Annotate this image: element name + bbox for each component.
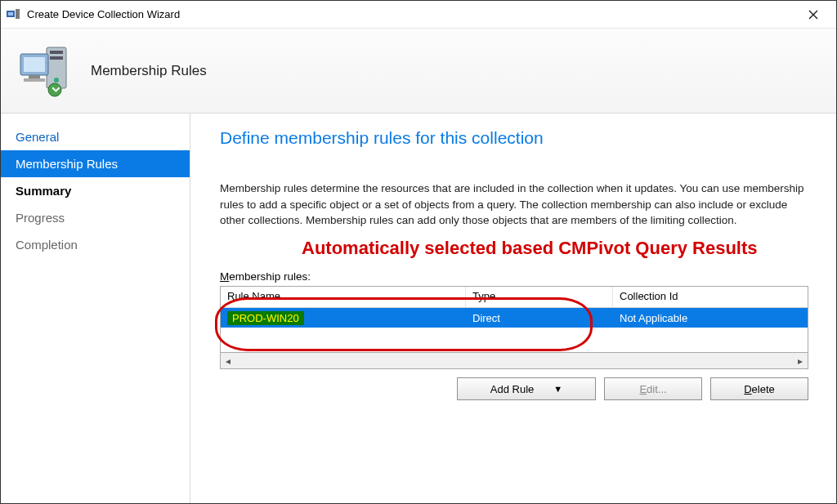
rule-name-highlight: PROD-WIN20 [227,311,304,325]
step-membership-rules[interactable]: Membership Rules [1,150,190,177]
rules-list-label: Membership rules: [220,270,818,283]
wizard-window: Create Device Collection Wizard M [0,0,837,504]
table-empty-area [221,328,808,352]
scroll-track[interactable] [235,354,793,368]
step-completion: Completion [1,231,190,258]
banner: Membership Rules [1,29,836,114]
scroll-right-arrow[interactable]: ▸ [793,354,808,368]
chevron-down-icon: ▼ [553,384,562,394]
app-icon [6,7,20,22]
delete-label: elete [752,383,775,395]
cell-collection-id: Not Applicable [613,310,808,327]
svg-rect-10 [24,57,45,72]
col-rule-name[interactable]: Rule Name [221,287,466,307]
svg-rect-1 [8,12,13,16]
cell-type: Direct [466,310,613,327]
step-general[interactable]: General [1,123,190,150]
edit-label: dit... [647,383,667,395]
svg-rect-7 [50,56,63,60]
add-rule-button[interactable]: Add Rule ▼ [457,377,596,400]
horizontal-scrollbar[interactable]: ◂ ▸ [220,353,808,369]
main-panel: Define membership rules for this collect… [190,114,836,503]
svg-rect-2 [16,9,20,19]
close-button[interactable] [795,2,831,27]
table-header: Rule Name Type Collection Id [221,287,808,308]
description-text: Membership rules determine the resources… [220,181,808,229]
col-type[interactable]: Type [466,287,613,307]
computer-icon [17,42,74,100]
close-icon [808,10,818,20]
wizard-body: General Membership Rules Summary Progres… [1,114,836,503]
table-row[interactable]: PROD-WIN20 Direct Not Applicable [221,308,808,328]
col-collection-id[interactable]: Collection Id [613,287,808,307]
button-row: Add Rule ▼ Edit... Delete [220,377,808,400]
sidebar: General Membership Rules Summary Progres… [1,114,190,503]
page-heading: Define membership rules for this collect… [220,128,818,148]
banner-title: Membership Rules [91,63,207,79]
add-rule-label: Add Rule [490,383,534,395]
rules-label-text: embership rules: [229,270,311,283]
step-summary[interactable]: Summary [1,177,190,204]
edit-button: Edit... [604,377,702,400]
edit-accelerator: E [639,383,647,395]
window-title: Create Device Collection Wizard [27,8,795,20]
rules-table[interactable]: Rule Name Type Collection Id PROD-WIN20 … [220,286,808,353]
svg-rect-12 [24,78,45,82]
delete-button[interactable]: Delete [710,377,808,400]
rules-table-wrap: Rule Name Type Collection Id PROD-WIN20 … [220,286,818,369]
titlebar: Create Device Collection Wizard [1,1,836,29]
scroll-left-arrow[interactable]: ◂ [221,354,235,368]
delete-accelerator: D [744,383,751,395]
cell-rule-name: PROD-WIN20 [221,309,466,328]
svg-rect-6 [50,51,63,54]
annotation-overlay: Automatically selected based CMPivot Que… [302,237,759,260]
svg-rect-11 [29,75,40,78]
rules-label-accelerator: M [220,270,229,283]
step-progress: Progress [1,204,190,231]
svg-point-8 [54,78,59,83]
